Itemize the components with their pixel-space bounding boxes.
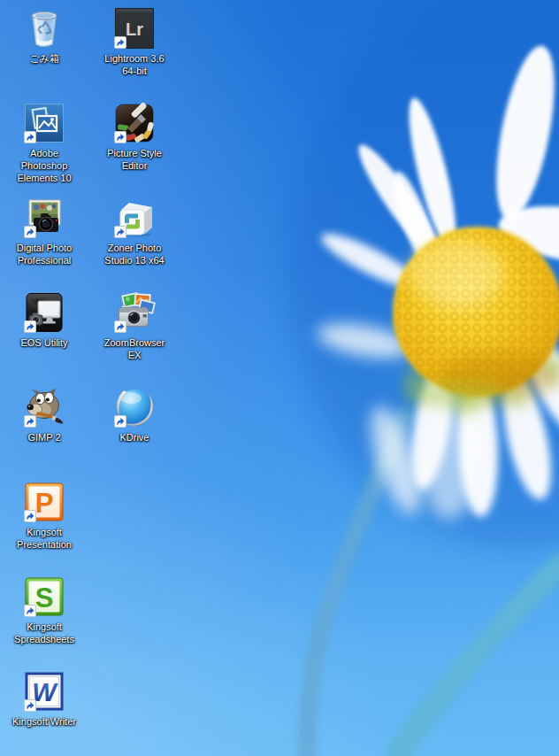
desktop-icon-kingsoft-spreadsheets[interactable]: S Kingsoft Spreadsheets (2, 575, 87, 645)
photoshop-elements-icon (23, 102, 65, 144)
presentation-glyph: P (35, 488, 54, 519)
icon-label: Kingsoft Writer (12, 715, 76, 728)
desktop-icon-adobe-photoshop-elements-10[interactable]: Adobe Photoshop Elements 10 (2, 102, 87, 184)
recycle-bin-icon (23, 7, 65, 50)
picture-style-editor-icon (113, 102, 156, 144)
icon-label: Kingsoft Spreadsheets (6, 621, 82, 645)
desktop-icon-recycle-bin[interactable]: ごみ箱 (2, 7, 87, 65)
icon-label: EOS Utility (20, 336, 67, 349)
desktop-icon-kingsoft-writer[interactable]: W Kingsoft Writer (2, 670, 87, 728)
icon-label: Picture Style Editor (96, 147, 172, 172)
desktop-icon-picture-style-editor[interactable]: Picture Style Editor (92, 102, 177, 172)
kingsoft-presentation-icon: P (23, 481, 65, 523)
spreadsheets-glyph: S (35, 582, 54, 613)
desktop: ごみ箱 Lr Lightroom 3.6 64-bit (0, 0, 559, 756)
icon-label: ごみ箱 (29, 52, 59, 65)
icon-label: GIMP 2 (27, 431, 60, 444)
eos-utility-icon (23, 291, 65, 334)
shortcut-arrow-icon (114, 36, 126, 49)
icon-label: ZoomBrowser EX (96, 336, 172, 361)
desktop-icon-zoombrowser-ex[interactable]: ZoomBrowser EX (92, 291, 177, 361)
zoombrowser-ex-icon (113, 291, 156, 334)
kingsoft-writer-icon: W (23, 670, 65, 713)
icon-label: KDrive (119, 431, 149, 444)
icon-label: Digital Photo Professional (6, 242, 82, 266)
digital-photo-professional-icon (23, 197, 65, 239)
shortcut-arrow-icon (24, 699, 36, 712)
shortcut-arrow-icon (114, 415, 126, 428)
icon-label: Zoner Photo Studio 13 x64 (96, 242, 172, 266)
shortcut-arrow-icon (114, 226, 126, 238)
icon-label: Kingsoft Presentation (6, 526, 82, 551)
shortcut-arrow-icon (114, 131, 126, 143)
desktop-icon-eos-utility[interactable]: EOS Utility (2, 291, 87, 349)
shortcut-arrow-icon (24, 226, 36, 238)
icon-label: Lightroom 3.6 64-bit (96, 52, 172, 77)
desktop-icon-digital-photo-professional[interactable]: Digital Photo Professional (2, 197, 87, 266)
gimp-icon (23, 386, 65, 428)
desktop-icon-zoner-photo-studio[interactable]: Zoner Photo Studio 13 x64 (92, 197, 177, 266)
desktop-icon-kingsoft-presentation[interactable]: P Kingsoft Presentation (2, 481, 87, 551)
shortcut-arrow-icon (24, 320, 36, 333)
desktop-icon-kdrive[interactable]: KDrive (92, 386, 177, 444)
desktop-icon-lightroom[interactable]: Lr Lightroom 3.6 64-bit (92, 7, 177, 77)
icon-label: Adobe Photoshop Elements 10 (6, 147, 82, 184)
zoner-photo-studio-icon (113, 197, 156, 239)
shortcut-arrow-icon (24, 131, 36, 143)
shortcut-arrow-icon (24, 605, 36, 617)
lightroom-icon: Lr (113, 7, 156, 50)
shortcut-arrow-icon (114, 320, 126, 333)
kingsoft-spreadsheets-icon: S (23, 575, 65, 618)
desktop-icon-gimp-2[interactable]: GIMP 2 (2, 386, 87, 444)
shortcut-arrow-icon (24, 415, 36, 428)
lightroom-glyph: Lr (126, 19, 143, 39)
shortcut-arrow-icon (24, 510, 36, 522)
kdrive-icon (113, 386, 156, 428)
